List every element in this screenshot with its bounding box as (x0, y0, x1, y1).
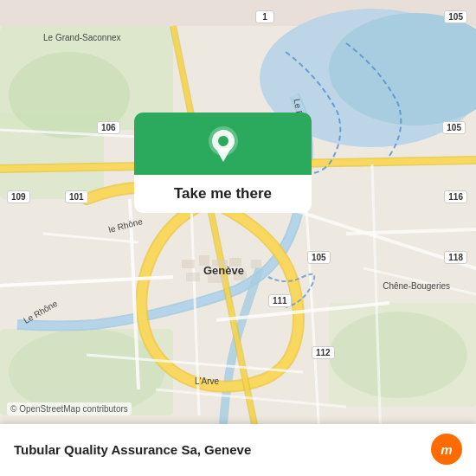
svg-rect-28 (182, 260, 195, 268)
map-container: 1 105 105 106 101 109 111 112 116 118 10… (0, 0, 476, 476)
svg-marker-39 (215, 148, 231, 162)
label-arve: L'Arve (195, 376, 219, 386)
route-badge-101: 101 (65, 190, 88, 203)
label-chene-bougeries: Chêne-Bougeries (383, 281, 450, 291)
route-badge-116: 116 (444, 190, 467, 203)
svg-point-38 (218, 136, 228, 146)
svg-point-6 (329, 312, 467, 398)
route-badge-105-mid: 105 (442, 121, 466, 134)
map-attribution: © OpenStreetMap contributors (7, 402, 132, 415)
location-pin-icon (206, 128, 241, 163)
place-name: Tubular Quality Assurance Sa, Geneve (14, 442, 251, 457)
moovit-logo: m (431, 434, 462, 465)
route-badge-118: 118 (444, 251, 467, 264)
label-geneve: Genève (203, 264, 244, 277)
svg-rect-32 (186, 273, 200, 281)
svg-rect-35 (251, 260, 261, 268)
route-badge-109: 109 (7, 190, 30, 203)
route-badge-106: 106 (97, 121, 120, 134)
bottom-card: Tubular Quality Assurance Sa, Geneve m (0, 424, 476, 476)
route-badge-105-lower: 105 (307, 251, 331, 264)
take-me-there-overlay: Take me there (134, 113, 312, 213)
route-badge-112: 112 (312, 346, 335, 359)
moovit-icon: m (431, 434, 462, 465)
take-me-there-button[interactable]: Take me there (134, 175, 312, 213)
label-grand-saconnex: Le Grand-Saconnex (43, 33, 121, 42)
route-badge-105-top: 105 (444, 10, 467, 23)
route-badge-1: 1 (255, 10, 274, 23)
green-panel (134, 113, 312, 175)
route-badge-111: 111 (268, 294, 292, 307)
